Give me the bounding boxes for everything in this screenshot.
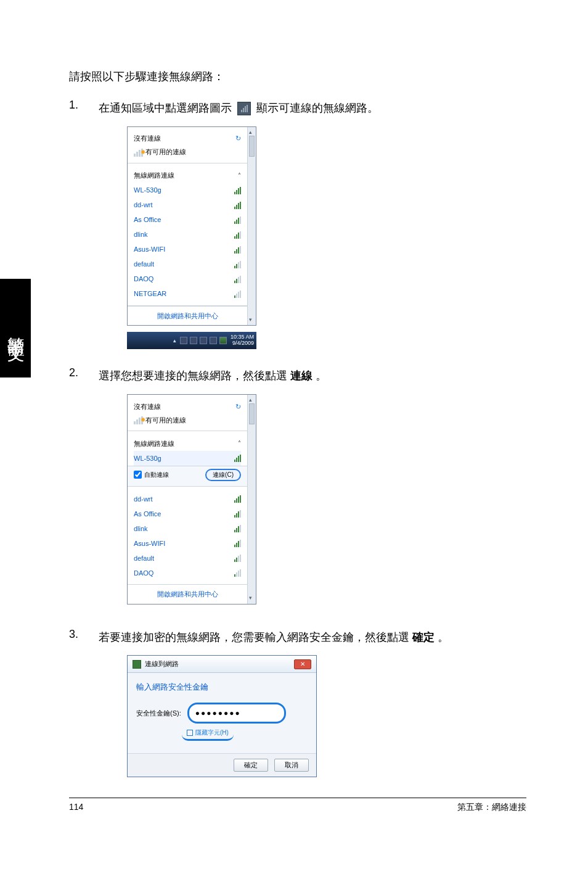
dialog-title-text: 連線到網路	[145, 658, 179, 670]
tray-clock[interactable]: 10:35 AM 9/4/2009	[231, 334, 254, 347]
signal-icon	[234, 246, 241, 254]
scroll-down-icon[interactable]: ▾	[249, 593, 252, 603]
tray-network-icon	[237, 102, 251, 115]
scroll-thumb[interactable]	[249, 403, 255, 424]
page-number: 114	[69, 802, 83, 813]
page-body: 請按照以下步驟連接無線網路： 1. 在通知區域中點選網路圖示 顯示可連線的無線網…	[0, 0, 588, 887]
step-3: 3. 若要連接加密的無線網路，您需要輸入網路安全金鑰，然後點選 確定 。 連線到…	[69, 628, 526, 778]
no-connection-label: 沒有連線	[134, 401, 161, 413]
page-footer: 114 第五章：網絡連接	[69, 798, 526, 813]
intro-text: 請按照以下步驟連接無線網路：	[69, 69, 526, 84]
tray-action-icon[interactable]	[210, 337, 217, 344]
signal-icon	[234, 217, 241, 224]
ok-button[interactable]: 確定	[234, 759, 268, 772]
wifi-section-header: 無線網路連線	[134, 170, 174, 181]
open-network-center-link[interactable]: 開啟網路和共用中心	[128, 584, 247, 604]
signal-icon	[234, 540, 241, 547]
wifi-item[interactable]: dd-wrt	[134, 198, 241, 213]
step-1-text-b: 顯示可連線的無線網路。	[256, 102, 378, 114]
connections-available-label: 有可用的連線	[145, 415, 186, 426]
dialog-app-icon	[133, 660, 141, 669]
step-2-keyword-connect: 連線	[290, 369, 312, 382]
step-3-text-a: 若要連接加密的無線網路，您需要輸入網路安全金鑰，然後點選	[99, 631, 412, 643]
wifi-item[interactable]: DAOQ	[134, 272, 241, 287]
autoconnect-checkbox[interactable]: 自動連線	[134, 469, 169, 480]
autoconnect-input[interactable]	[134, 471, 142, 479]
signal-icon	[234, 261, 241, 268]
wifi-item[interactable]: default	[134, 257, 241, 272]
taskbar: ▴ 10:35 AM 9/4/2009	[127, 332, 256, 349]
connect-button[interactable]: 連線(C)	[205, 469, 241, 481]
scroll-thumb[interactable]	[249, 136, 255, 157]
signal-icon	[234, 276, 241, 283]
tray-date: 9/4/2009	[231, 340, 254, 347]
signal-with-alert-icon: ✹	[134, 148, 143, 157]
step-1-text-a: 在通知區域中點選網路圖示	[99, 102, 232, 114]
scrollbar[interactable]: ▴ ▾	[247, 127, 256, 326]
wifi-item[interactable]: As Office	[134, 506, 241, 521]
step-3-text-c: 。	[435, 631, 449, 643]
tray-chevron-icon[interactable]: ▴	[173, 336, 176, 345]
wifi-item-selected[interactable]: WL-530g	[134, 451, 241, 466]
open-network-center-link[interactable]: 開啟網路和共用中心	[128, 306, 247, 326]
autoconnect-row: 自動連線 連線(C)	[128, 466, 247, 487]
signal-icon	[234, 187, 241, 194]
refresh-icon[interactable]: ↻	[235, 401, 241, 413]
tray-network-icon[interactable]	[219, 337, 227, 344]
wifi-item[interactable]: Asus-WIFI	[134, 536, 241, 551]
wifi-popup-2: 沒有連線 ↻ ✹ 有可用的連線	[127, 394, 256, 604]
step-1-number: 1.	[69, 99, 99, 112]
no-connection-label: 沒有連線	[134, 133, 161, 144]
dialog-heading: 輸入網路安全性金鑰	[128, 673, 316, 698]
refresh-icon[interactable]: ↻	[235, 133, 241, 144]
autoconnect-label: 自動連線	[144, 469, 169, 480]
wifi-item[interactable]: As Office	[134, 213, 241, 228]
dialog-titlebar: 連線到網路 ✕	[128, 656, 316, 673]
signal-icon	[234, 510, 241, 518]
chapter-label: 第五章：網絡連接	[457, 802, 526, 813]
wifi-selected-name: WL-530g	[134, 453, 161, 464]
wifi-item[interactable]: Asus-WIFI	[134, 242, 241, 257]
signal-icon	[234, 455, 241, 462]
wifi-item[interactable]: NETGEAR	[134, 287, 241, 302]
close-button[interactable]: ✕	[294, 659, 311, 669]
security-key-input[interactable]: ●●●●●●●●	[187, 703, 286, 724]
step-2-text-c: 。	[312, 369, 327, 382]
connections-available-label: 有可用的連線	[145, 146, 186, 158]
step-2-text-a: 選擇您想要連接的無線網路，然後點選	[99, 369, 290, 382]
wifi-item[interactable]: default	[134, 551, 241, 566]
signal-icon	[234, 555, 241, 562]
signal-icon	[234, 525, 241, 532]
scrollbar[interactable]: ▴ ▾	[247, 395, 256, 604]
hide-characters-checkbox[interactable]: 隱藏字元(H)	[182, 727, 234, 741]
hide-characters-label: 隱藏字元(H)	[195, 727, 229, 738]
wifi-item[interactable]: DAOQ	[134, 566, 241, 580]
wifi-section-header: 無線網路連線	[134, 438, 174, 450]
scroll-down-icon[interactable]: ▾	[249, 315, 252, 324]
security-key-dialog: 連線到網路 ✕ 輸入網路安全性金鑰 安全性金鑰(S): ●●●●●●●● 隱藏字…	[127, 655, 317, 777]
signal-icon	[234, 569, 241, 577]
step-3-number: 3.	[69, 628, 99, 641]
wifi-popup-1: 沒有連線 ↻ ✹ 有可用的連線	[127, 126, 256, 326]
tray-icons	[180, 337, 227, 344]
collapse-caret-icon[interactable]: ˄	[238, 170, 241, 181]
wifi-item[interactable]: dlink	[134, 228, 241, 242]
tray-shield-icon[interactable]	[190, 337, 197, 344]
step-3-keyword-ok: 確定	[412, 631, 435, 643]
security-key-label: 安全性金鑰(S):	[136, 708, 181, 719]
collapse-caret-icon[interactable]: ˄	[238, 438, 241, 448]
checkbox-icon	[187, 730, 193, 736]
wifi-item[interactable]: dd-wrt	[134, 492, 241, 506]
step-2: 2. 選擇您想要連接的無線網路，然後點選 連線 。 沒有連線 ↻	[69, 366, 526, 610]
tray-flag-icon[interactable]	[180, 337, 187, 344]
step-1: 1. 在通知區域中點選網路圖示 顯示可連線的無線網路。	[69, 99, 526, 349]
signal-with-alert-icon: ✹	[134, 416, 143, 424]
signal-icon	[234, 291, 241, 298]
signal-icon	[234, 231, 241, 239]
tray-volume-icon[interactable]	[200, 337, 207, 344]
wifi-item[interactable]: dlink	[134, 521, 241, 536]
wifi-item[interactable]: WL-530g	[134, 183, 241, 198]
cancel-button[interactable]: 取消	[274, 759, 309, 772]
signal-icon	[234, 495, 241, 503]
step-2-number: 2.	[69, 366, 99, 379]
